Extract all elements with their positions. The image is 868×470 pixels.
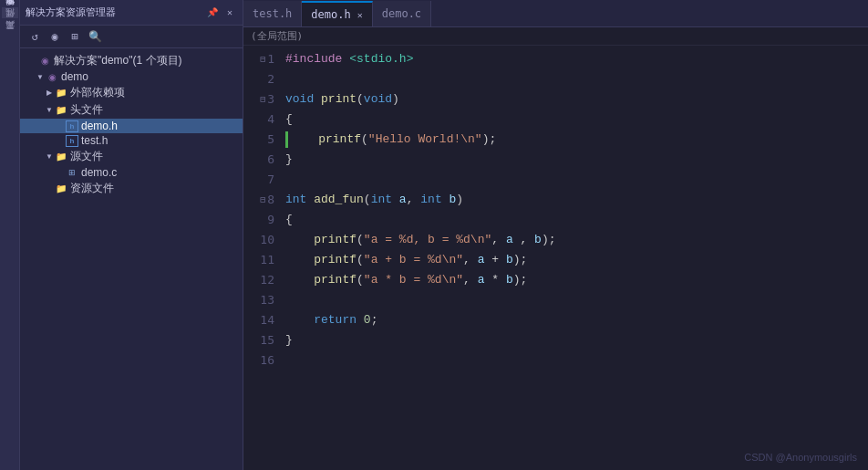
code-line-15: } — [285, 330, 868, 350]
tree-arrow-ext: ▶ — [44, 89, 55, 97]
activity-bar-item-properties[interactable]: 属性 — [2, 19, 18, 30]
activity-bar-item-solution[interactable]: 解决方案 — [2, 7, 18, 18]
test-h-file-icon: h — [66, 135, 78, 147]
toolbar-search-btn[interactable]: 🔍 — [86, 28, 104, 45]
fn-printf-2: printf — [314, 230, 356, 250]
code-line-11: printf ( "a + b = %d\n" , a + b ); — [285, 250, 868, 270]
tab-demo-h[interactable]: demo.h ✕ — [302, 1, 372, 26]
code-line-9: { — [285, 210, 868, 230]
green-bar-5 — [285, 131, 288, 148]
toolbar-circle-btn[interactable]: ◉ — [46, 28, 64, 45]
tab-test-h-label: test.h — [253, 7, 292, 20]
toolbar-expand-btn[interactable]: ⊞ — [66, 28, 84, 45]
code-line-6: } — [285, 150, 868, 170]
tree-item-solution[interactable]: ◉ 解决方案"demo"(1 个项目) — [20, 52, 243, 69]
source-files-label: 源文件 — [70, 149, 103, 164]
fold-marker-1[interactable]: ⊟ — [260, 49, 265, 69]
line-num-2: 2 — [243, 69, 282, 89]
external-deps-label: 外部依赖项 — [70, 85, 125, 100]
line-num-8: ⊟ 8 — [243, 190, 282, 210]
code-editor[interactable]: ⊟ 1 2 ⊟ 3 4 5 6 7 ⊟ 8 9 10 11 12 13 14 — [243, 46, 868, 470]
line-num-13: 13 — [243, 290, 282, 310]
num-0: 0 — [364, 310, 371, 330]
solution-label: 解决方案"demo"(1 个项目) — [54, 53, 182, 68]
str-hello: "Hello World!\n" — [368, 130, 482, 150]
close-icon[interactable]: ✕ — [222, 5, 237, 20]
kw-int-b: int — [420, 190, 441, 210]
tree-arrow-demo: ▼ — [35, 73, 46, 81]
activity-bar-item-toolbox[interactable]: 工具箱 — [2, 31, 18, 42]
kw-return: return — [314, 310, 356, 330]
tab-demo-c[interactable]: demo.c — [373, 1, 431, 26]
explorer-panel: 解决方案资源管理器 📌 ✕ ↺ ◉ ⊞ 🔍 ◉ 解决方案"demo"(1 个项目… — [20, 0, 243, 470]
test-h-label: test.h — [81, 134, 108, 147]
directive-include: #include — [285, 49, 342, 69]
kw-int-a: int — [371, 190, 392, 210]
line-num-4: 4 — [243, 110, 282, 130]
explorer-header: 解决方案资源管理器 📌 ✕ — [20, 0, 243, 26]
code-content[interactable]: #include <stdio.h> void print ( void ) { — [282, 46, 868, 470]
code-line-4: { — [285, 110, 868, 130]
var-b4: b — [506, 270, 513, 290]
demo-project-icon: ◉ — [46, 70, 58, 83]
var-a3: a — [478, 250, 485, 270]
editor-area: test.h demo.h ✕ demo.c (全局范围) ⊟ 1 2 ⊟ 3 … — [243, 0, 868, 470]
code-line-16 — [285, 350, 868, 371]
tree-arrow-source: ▼ — [44, 152, 55, 161]
var-b: b — [450, 190, 457, 210]
line-num-16: 16 — [243, 350, 282, 371]
var-a2: a — [506, 230, 513, 250]
scope-text: (全局范围) — [251, 30, 303, 42]
fn-add-fun: add_fun — [314, 190, 364, 210]
line-num-6: 6 — [243, 150, 282, 170]
tab-bar: test.h demo.h ✕ demo.c — [243, 0, 868, 27]
line-num-11: 11 — [243, 250, 282, 270]
tree-item-source-files[interactable]: ▼ 📁 源文件 — [20, 148, 243, 165]
demo-h-label: demo.h — [81, 120, 118, 132]
var-b2: b — [534, 230, 542, 250]
code-line-1: #include <stdio.h> — [285, 49, 868, 69]
fold-marker-3[interactable]: ⊟ — [260, 89, 265, 110]
line-num-3: ⊟ 3 — [243, 89, 282, 110]
explorer-title: 解决方案资源管理器 — [26, 5, 116, 19]
tree-arrow-headers: ▼ — [44, 106, 55, 114]
line-num-5: 5 — [243, 130, 282, 150]
kw-void-1: void — [285, 89, 314, 110]
header-stdio: <stdio.h> — [349, 49, 413, 69]
tree-item-demo-c[interactable]: ⊞ demo.c — [20, 165, 243, 180]
watermark: CSDN @Anonymousgirls — [744, 452, 857, 463]
line-num-14: 14 — [243, 310, 282, 330]
code-line-10: printf ( "a = %d, b = %d\n" , a , b ); — [285, 230, 868, 250]
scope-bar: (全局范围) — [243, 27, 868, 46]
line-numbers: ⊟ 1 2 ⊟ 3 4 5 6 7 ⊟ 8 9 10 11 12 13 14 — [243, 46, 282, 470]
demo-h-file-icon: h — [66, 120, 78, 132]
code-line-13 — [285, 290, 868, 310]
line-num-7: 7 — [243, 170, 282, 190]
kw-void-param: void — [364, 89, 392, 110]
activity-bar: 解决方案 属性 工具箱 — [0, 0, 20, 470]
var-a: a — [399, 190, 407, 210]
kw-int-return: int — [285, 190, 306, 210]
toolbar-refresh-btn[interactable]: ↺ — [26, 28, 44, 45]
resource-files-folder-icon: 📁 — [55, 183, 67, 195]
pin-icon[interactable]: 📌 — [205, 5, 220, 20]
var-b3: b — [506, 250, 513, 270]
tab-demo-h-label: demo.h — [311, 8, 350, 21]
header-files-folder-icon: 📁 — [55, 104, 67, 117]
code-line-12: printf ( "a * b = %d\n" , a * b ); — [285, 270, 868, 290]
fn-printf-1: printf — [318, 130, 361, 150]
tree-item-resource-files[interactable]: 📁 资源文件 — [20, 180, 243, 197]
tab-test-h[interactable]: test.h — [243, 1, 302, 26]
fn-print: print — [321, 89, 356, 110]
tree-item-test-h[interactable]: h test.h — [20, 133, 243, 148]
tree-item-demo-h[interactable]: h demo.h — [20, 119, 243, 133]
tree-item-external-deps[interactable]: ▶ 📁 外部依赖项 — [20, 84, 243, 101]
resource-files-label: 资源文件 — [70, 181, 114, 196]
tree-item-demo[interactable]: ▼ ◉ demo — [20, 69, 243, 84]
line-num-15: 15 — [243, 330, 282, 350]
fold-marker-8[interactable]: ⊟ — [260, 190, 265, 210]
tab-demo-c-label: demo.c — [382, 7, 421, 20]
external-deps-folder-icon: 📁 — [55, 87, 67, 99]
tree-item-header-files[interactable]: ▼ 📁 头文件 — [20, 101, 243, 119]
tab-demo-h-close[interactable]: ✕ — [357, 10, 363, 20]
